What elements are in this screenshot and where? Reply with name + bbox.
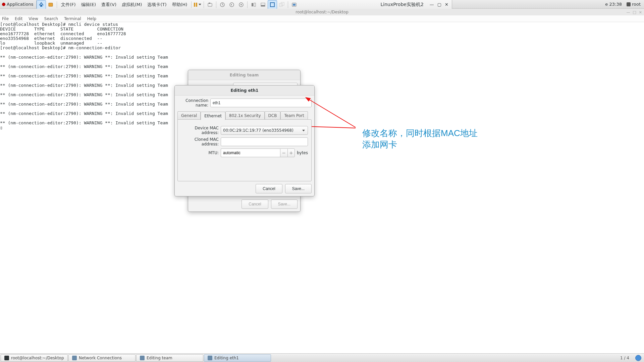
eth-conn-name-input[interactable] [210,99,312,107]
user-icon [627,2,631,6]
gnome-bottom-panel: root@localhost:~/Desktop Network Connect… [0,353,644,362]
vm-view-fullscreen-icon[interactable] [268,0,277,9]
vm-home-icon[interactable] [37,0,46,9]
vm-snapshot-manage-icon[interactable] [236,0,246,9]
tab-teamport[interactable]: Team Port [280,111,308,120]
mac-address-combo[interactable]: 00:0C:29:1C:19:77 (eno33554968) [221,126,308,135]
network-icon [140,356,145,360]
svg-rect-11 [261,5,265,6]
vm-minimize-icon[interactable]: — [430,2,434,7]
vm-snapshot-revert-icon[interactable] [227,0,236,9]
svg-rect-3 [209,3,210,4]
mtu-minus-button[interactable]: − [280,148,287,157]
vm-screenshot-icon[interactable] [205,0,215,9]
task-network-connections[interactable]: Network Connections [68,354,136,362]
window-maximize-icon[interactable]: □ [633,10,636,14]
vm-menu-vm[interactable]: 虚拟机(M) [119,0,145,9]
term-menu-file[interactable]: File [2,16,9,21]
vm-view-single-icon[interactable] [249,0,258,9]
vm-view-unity-icon[interactable] [277,0,286,9]
svg-point-7 [240,4,242,5]
terminal-titlebar[interactable]: root@localhost:~/Desktop — □ × [0,9,644,15]
editing-team-title[interactable]: Editing team [188,70,300,80]
tab-dcb[interactable]: DCB [265,111,281,120]
eth-cancel-button[interactable]: Cancel [256,184,282,193]
terminal-output[interactable]: [root@localhost Desktop]# nmcli device s… [0,22,644,130]
svg-rect-16 [293,4,296,6]
vm-library-icon[interactable] [46,0,55,9]
vm-menu-edit[interactable]: 编辑(E) [78,0,99,9]
window-minimize-icon[interactable]: — [626,10,630,14]
svg-rect-8 [252,3,253,6]
term-menu-terminal[interactable]: Terminal [64,16,81,21]
vm-menu-tabs[interactable]: 选项卡(T) [145,0,169,9]
vm-tab-name[interactable]: LinuxProbe实验机2 [380,2,426,8]
svg-rect-2 [208,3,212,6]
cloned-mac-label: Cloned MAC address: [181,137,219,146]
vmware-toolbar: 文件(F) 编辑(E) 查看(V) 虚拟机(M) 选项卡(T) 帮助(H) Li… [36,0,452,9]
terminal-title-text: root@localhost:~/Desktop [296,10,348,14]
vm-cycle-icon[interactable] [289,0,299,9]
applications-menu[interactable]: Applications [2,2,33,7]
tab-ethernet[interactable]: Ethernet [201,112,225,120]
applications-label: Applications [7,2,33,7]
team-cancel-button[interactable]: Cancel [241,199,268,209]
term-menu-help[interactable]: Help [87,16,96,21]
clock-partial[interactable]: e 23:38 [605,2,622,7]
mtu-label: MTU: [181,150,219,155]
mac-label: Device MAC address: [181,126,219,135]
vm-pause-button[interactable] [193,0,202,9]
vm-snapshot-take-icon[interactable] [218,0,227,9]
annotation-text: 修改名称，同时根据MAC地址 添加网卡 [362,127,478,150]
vm-menu-help[interactable]: 帮助(H) [169,0,190,9]
team-save-button[interactable]: Save... [271,199,298,209]
svg-rect-0 [40,5,42,7]
mtu-input[interactable] [221,148,280,157]
tab-8021x[interactable]: 802.1x Security [225,111,265,120]
network-icon [208,356,212,360]
vm-menu-file[interactable]: 文件(F) [58,0,78,9]
editing-eth1-title[interactable]: Editing eth1 [175,85,314,96]
mtu-plus-button[interactable]: + [287,148,295,157]
task-editing-eth1[interactable]: Editing eth1 [204,354,271,362]
cloned-mac-input[interactable] [221,137,308,146]
term-menu-view[interactable]: View [29,16,38,21]
terminal-icon [4,356,9,360]
svg-rect-9 [254,3,256,6]
tab-general[interactable]: General [177,111,201,120]
task-terminal[interactable]: root@localhost:~/Desktop [1,354,68,362]
user-menu[interactable]: root [627,2,641,7]
eth-save-button[interactable]: Save... [285,184,312,193]
term-menu-search[interactable]: Search [44,16,58,21]
window-close-icon[interactable]: × [639,10,642,14]
network-icon [72,356,77,360]
workspace-indicator[interactable]: 1 / 4 [617,356,633,360]
fedora-logo-icon [2,3,5,6]
eth-conn-label: Connection name: [177,98,208,108]
vm-menu-view[interactable]: 查看(V) [99,0,119,9]
svg-rect-12 [270,3,274,7]
tray-update-icon[interactable] [635,355,641,361]
vm-maximize-icon[interactable]: ▢ [437,2,441,7]
vm-view-thumbs-icon[interactable] [258,0,268,9]
term-menu-edit[interactable]: Edit [15,16,22,21]
mtu-unit: bytes [297,150,308,155]
svg-rect-1 [49,3,53,6]
vm-close-icon[interactable]: ✕ [445,2,448,7]
terminal-menubar: File Edit View Search Terminal Help [0,15,644,22]
task-editing-team[interactable]: Editing team [136,354,203,362]
dialog-editing-eth1: Editing eth1 Connection name: General Et… [174,85,315,196]
